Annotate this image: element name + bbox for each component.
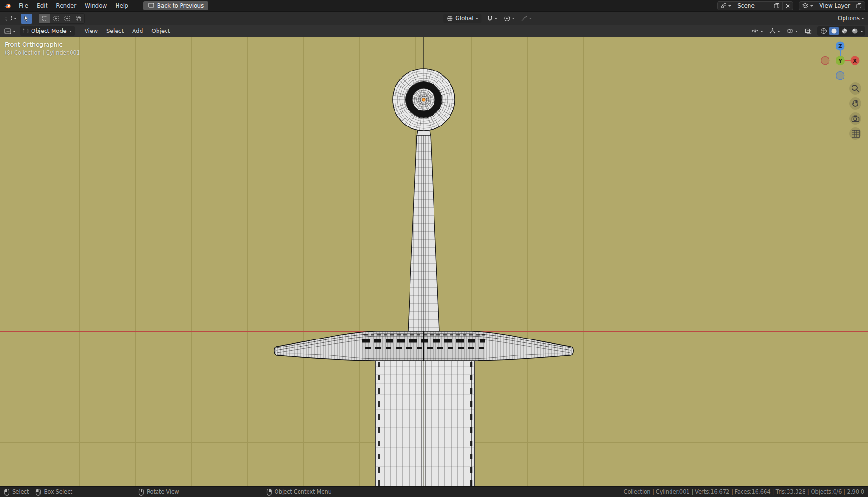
toggle-xray-button[interactable] (803, 26, 814, 36)
blender-logo-icon (3, 1, 12, 10)
cursor-icon (23, 15, 30, 22)
hint-object-context-menu: Object Context Menu (266, 488, 331, 496)
menu-file[interactable]: File (15, 1, 32, 10)
scene-icon (720, 3, 726, 8)
tool-icon (5, 15, 12, 22)
viewport-3d[interactable]: Front Orthographic (8) Collection | Cyli… (0, 37, 868, 486)
chevron-down-icon (777, 31, 780, 33)
show-gizmo-dropdown[interactable] (768, 26, 781, 36)
shading-wireframe-button[interactable] (819, 27, 829, 35)
falloff-dropdown[interactable] (520, 14, 534, 24)
menu-object[interactable]: Object (148, 27, 174, 35)
gizmo-x-label: X (853, 58, 857, 63)
viewport-header: Object Mode View Select Add Object (0, 25, 868, 37)
view-layer-selector: View Layer (799, 1, 865, 10)
view-layer-browse-button[interactable] (799, 2, 816, 10)
options-dropdown[interactable]: Options (838, 15, 860, 22)
chevron-down-icon (512, 18, 515, 21)
eye-icon (751, 28, 759, 34)
chevron-down-icon (529, 18, 532, 21)
select-mode-intersect-button[interactable] (73, 14, 84, 23)
select-mode-extend-button[interactable] (50, 14, 62, 23)
scene-name-field[interactable]: Scene (734, 2, 771, 10)
navigation-gizmo[interactable]: Z X Y (820, 39, 860, 82)
chevron-down-icon (69, 31, 72, 33)
chevron-down-icon (14, 18, 16, 21)
mouse-left-drag-icon (35, 488, 41, 496)
falloff-curve-icon (521, 16, 528, 22)
shading-material-button[interactable] (840, 27, 849, 35)
mouse-left-icon (4, 488, 10, 496)
overlays-icon (786, 28, 794, 34)
editor-3d-viewport-icon (4, 28, 11, 34)
select-mode-subtract-button[interactable] (62, 14, 73, 23)
hint-select: Select (4, 488, 29, 496)
menu-add[interactable]: Add (128, 27, 147, 35)
pan-button[interactable] (849, 97, 861, 110)
editor-type-dropdown[interactable] (3, 26, 17, 36)
chevron-down-icon (13, 31, 16, 33)
mouse-middle-icon (138, 488, 144, 496)
back-to-previous-button[interactable]: Back to Previous (143, 1, 209, 10)
menu-view[interactable]: View (81, 27, 102, 35)
show-overlays-dropdown[interactable] (785, 26, 799, 36)
viewport-nav-buttons (849, 82, 861, 140)
scene-selector: Scene (717, 1, 793, 10)
globe-icon (447, 16, 453, 22)
chevron-down-icon (495, 18, 497, 21)
select-box-tool-button[interactable] (21, 14, 32, 24)
blender-window: File Edit Render Window Help Back to Pre… (0, 0, 868, 497)
select-mode-group (39, 13, 85, 24)
status-bar: Select Box Select Rotate View Object Con… (0, 486, 868, 497)
gizmo-minus-z-axis[interactable] (836, 72, 844, 80)
chevron-down-icon (810, 5, 813, 8)
object-visibility-dropdown[interactable] (750, 26, 765, 36)
menu-render[interactable]: Render (52, 1, 80, 10)
copy-icon (856, 3, 862, 8)
tool-settings-bar: Global Opti (0, 12, 868, 25)
toggle-perspective-button[interactable] (849, 127, 861, 140)
camera-view-button[interactable] (849, 112, 861, 125)
sword-model[interactable] (0, 37, 868, 486)
close-icon (786, 4, 790, 8)
scene-statistics: Collection | Cylinder.001 | Verts:16,672… (624, 489, 864, 495)
active-tool-dropdown[interactable] (4, 14, 18, 24)
copy-icon (774, 3, 780, 8)
gizmo-z-label: Z (838, 44, 842, 49)
topbar: File Edit Render Window Help Back to Pre… (0, 0, 868, 12)
camera-icon (851, 114, 860, 123)
scene-browse-button[interactable] (718, 2, 734, 10)
grid-icon (851, 129, 860, 138)
shading-rendered-button[interactable] (850, 27, 860, 35)
unlink-scene-button[interactable] (782, 2, 793, 10)
screen-icon (148, 3, 154, 8)
snap-dropdown[interactable] (486, 14, 499, 24)
transform-orientation-dropdown[interactable]: Global (443, 14, 481, 23)
mode-dropdown[interactable]: Object Mode (20, 26, 75, 36)
magnet-icon (487, 15, 493, 22)
view-layer-name-field[interactable]: View Layer (816, 2, 853, 10)
menu-select[interactable]: Select (103, 27, 127, 35)
shading-solid-button[interactable] (829, 27, 839, 35)
magnifier-icon (851, 84, 860, 93)
menu-window[interactable]: Window (81, 1, 110, 10)
chevron-down-icon (728, 5, 731, 8)
layers-icon (802, 3, 808, 8)
new-scene-button[interactable] (771, 2, 782, 10)
gizmo-minus-x-axis[interactable] (821, 57, 829, 65)
chevron-down-icon (860, 31, 863, 33)
hand-icon (851, 99, 860, 108)
proportional-editing-dropdown[interactable] (503, 14, 516, 24)
menu-edit[interactable]: Edit (33, 1, 51, 10)
new-view-layer-button[interactable] (853, 2, 865, 10)
gizmo-y-label: Y (838, 58, 842, 63)
chevron-down-icon (476, 18, 479, 21)
select-mode-new-button[interactable] (39, 14, 50, 23)
hint-rotate-view: Rotate View (138, 488, 179, 496)
object-mode-icon (23, 28, 29, 34)
object-origin-dot (422, 98, 425, 101)
zoom-button[interactable] (849, 82, 861, 95)
gizmo-icon (769, 28, 776, 34)
menu-help[interactable]: Help (111, 1, 132, 10)
xray-icon (805, 28, 812, 34)
